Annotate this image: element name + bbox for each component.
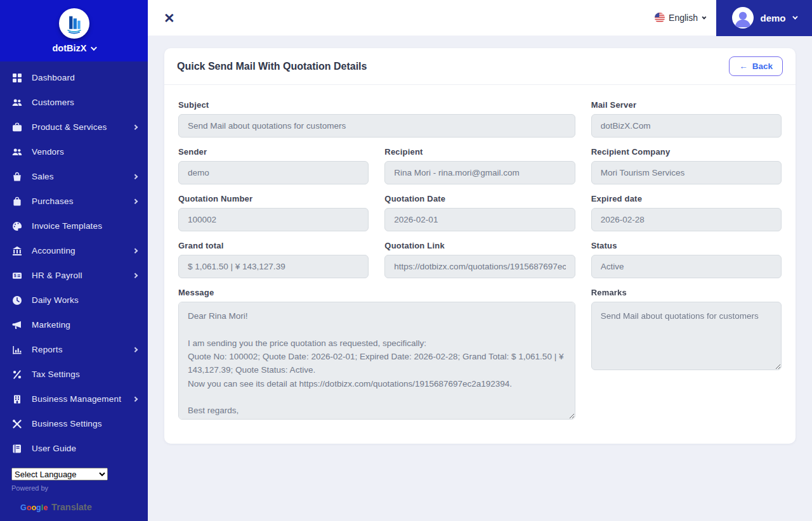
sidebar-item-label: Marketing	[32, 320, 70, 330]
status-label: Status	[591, 241, 782, 250]
chevron-right-icon	[132, 248, 137, 254]
bar-chart-icon	[11, 344, 22, 355]
back-arrow-icon: ←	[739, 61, 748, 71]
sidebar-item-product-services[interactable]: Product & Services	[0, 115, 148, 139]
avatar	[732, 7, 754, 29]
tools-icon	[11, 418, 22, 429]
sender-input[interactable]	[178, 161, 369, 184]
recipient-company-input[interactable]	[591, 161, 782, 184]
sidebar-nav: Dashboard Customers Product & Services V…	[0, 61, 148, 468]
clock-icon	[11, 295, 22, 306]
sidebar: dotBizX Dashboard Customers Product & Se…	[0, 0, 148, 521]
recipient-field-group: Recipient	[384, 147, 575, 184]
language-dropdown[interactable]: English	[655, 13, 705, 23]
sidebar-item-sales[interactable]: Sales	[0, 164, 148, 189]
quotation-number-input[interactable]	[178, 208, 369, 231]
user-menu[interactable]: demo	[716, 0, 812, 36]
briefcase-icon	[11, 122, 22, 132]
status-field-group: Status	[591, 241, 782, 278]
sidebar-item-label: User Guide	[32, 444, 76, 453]
quick-send-mail-card: Quick Send Mail With Quotation Details ←…	[164, 48, 796, 444]
sidebar-item-label: Sales	[32, 172, 54, 181]
close-icon[interactable]: ✕	[164, 11, 175, 25]
megaphone-icon	[11, 319, 22, 330]
sidebar-item-vendors[interactable]: Vendors	[0, 139, 148, 164]
chevron-right-icon	[132, 273, 137, 278]
quotation-link-input[interactable]	[384, 255, 575, 278]
message-label: Message	[178, 288, 575, 297]
chevron-down-icon	[702, 15, 706, 19]
mail-server-input[interactable]	[591, 114, 782, 138]
quotation-link-field-group: Quotation Link	[384, 241, 575, 278]
back-label: Back	[752, 61, 773, 71]
quotation-number-field-group: Quotation Number	[178, 194, 369, 231]
back-button[interactable]: ← Back	[729, 56, 783, 76]
main-content: Quick Send Mail With Quotation Details ←…	[148, 36, 812, 456]
sidebar-header: dotBizX	[0, 0, 148, 61]
quotation-date-label: Quotation Date	[384, 194, 575, 203]
brand-name: dotBizX	[53, 43, 87, 53]
sidebar-item-label: Purchases	[32, 196, 74, 206]
sidebar-item-label: Business Settings	[32, 419, 102, 428]
shopping-bag-icon	[11, 171, 22, 182]
sidebar-item-hr-payroll[interactable]: $ HR & Payroll	[0, 263, 148, 288]
grand-total-field-group: Grand total	[178, 241, 369, 278]
dashboard-icon	[11, 72, 22, 83]
google-translate-logo[interactable]: Google Translate	[20, 502, 136, 512]
message-textarea[interactable]: Dear Rina Mori! I am sending you the pri…	[178, 302, 575, 420]
book-icon	[11, 443, 22, 454]
expired-date-label: Expired date	[591, 194, 782, 203]
username-label: demo	[760, 13, 785, 23]
svg-text:$: $	[14, 273, 16, 278]
sidebar-item-dashboard[interactable]: Dashboard	[0, 65, 148, 90]
sidebar-item-label: Product & Services	[32, 122, 107, 132]
page-title: Quick Send Mail With Quotation Details	[177, 61, 367, 72]
quotation-number-label: Quotation Number	[178, 194, 369, 203]
sidebar-item-tax-settings[interactable]: Tax Settings	[0, 362, 148, 387]
vendors-icon	[11, 146, 22, 157]
sidebar-item-accounting[interactable]: Accounting	[0, 238, 148, 263]
recipient-company-label: Recipient Company	[591, 147, 782, 157]
purchase-bag-icon	[11, 196, 22, 207]
language-select[interactable]: Select Language	[11, 468, 108, 480]
sidebar-item-business-settings[interactable]: Business Settings	[0, 411, 148, 436]
sidebar-item-customers[interactable]: Customers	[0, 90, 148, 115]
quotation-date-field-group: Quotation Date	[384, 194, 575, 231]
sidebar-item-user-guide[interactable]: User Guide	[0, 436, 148, 461]
quotation-link-label: Quotation Link	[384, 241, 575, 250]
sidebar-item-business-management[interactable]: Business Management	[0, 387, 148, 411]
sidebar-item-label: Accounting	[32, 246, 75, 255]
sender-label: Sender	[178, 147, 369, 157]
sidebar-item-label: Invoice Templates	[32, 221, 102, 231]
sidebar-item-label: Daily Works	[32, 295, 79, 305]
quotation-date-input[interactable]	[384, 208, 575, 231]
subject-label: Subject	[178, 100, 575, 110]
grand-total-input[interactable]	[178, 255, 369, 278]
expired-date-field-group: Expired date	[591, 194, 782, 231]
chevron-right-icon	[132, 347, 137, 352]
brand-menu[interactable]: dotBizX	[53, 43, 96, 53]
subject-input[interactable]	[178, 114, 575, 138]
remarks-textarea[interactable]: Send Mail about quotations for customers	[591, 302, 782, 370]
sidebar-item-daily-works[interactable]: Daily Works	[0, 288, 148, 312]
recipient-input[interactable]	[384, 161, 575, 184]
customers-icon	[11, 97, 22, 108]
google-logo: Google	[20, 503, 48, 512]
recipient-label: Recipient	[384, 147, 575, 157]
sidebar-item-purchases[interactable]: Purchases	[0, 189, 148, 214]
sidebar-item-reports[interactable]: Reports	[0, 337, 148, 362]
us-flag-icon	[655, 13, 665, 23]
sidebar-item-invoice-templates[interactable]: Invoice Templates	[0, 214, 148, 238]
percent-icon	[11, 369, 22, 380]
sidebar-item-label: Business Management	[32, 394, 121, 404]
expired-date-input[interactable]	[591, 208, 782, 231]
sidebar-item-marketing[interactable]: Marketing	[0, 312, 148, 337]
status-input[interactable]	[591, 255, 782, 278]
chevron-right-icon	[132, 174, 137, 179]
chevron-down-icon	[91, 44, 97, 51]
bank-icon	[11, 245, 22, 256]
recipient-company-field-group: Recipient Company	[591, 147, 782, 184]
palette-icon	[11, 221, 22, 231]
language-label: English	[669, 13, 698, 23]
mail-server-field-group: Mail Server	[591, 100, 782, 138]
